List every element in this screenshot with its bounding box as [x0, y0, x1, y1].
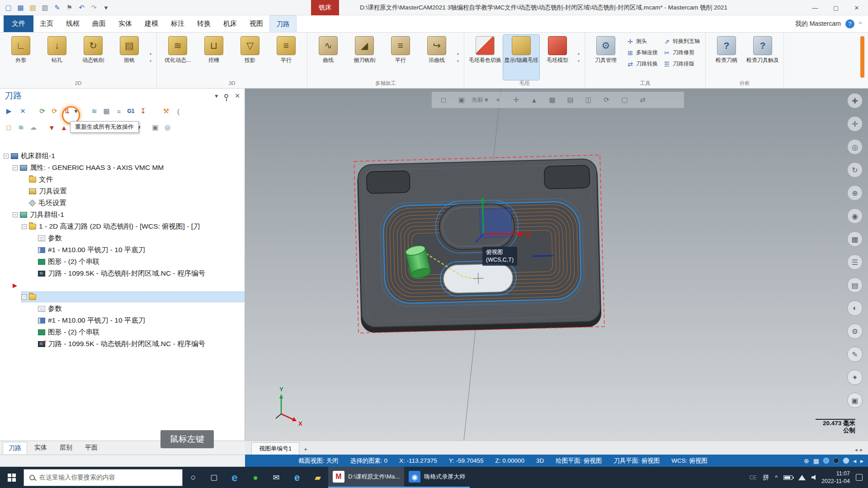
axis-gnomon-icon[interactable]: ⌖ [490, 93, 506, 107]
tab-主页[interactable]: 主页 [33, 15, 60, 32]
more-up-icon[interactable]: ▲ [456, 52, 460, 56]
taskbar-app-recorder[interactable]: ◉嗨格式录屏大师 [404, 467, 470, 488]
tree-row[interactable]: 毛坯设置 [0, 197, 245, 209]
single-op-icon[interactable]: ▣ [149, 122, 161, 134]
ribbon-button-face-mill[interactable]: ▤面铣 [111, 35, 147, 80]
file-explorer-icon[interactable]: ▰ [307, 467, 328, 488]
expand-toggle[interactable]: − [13, 212, 18, 217]
tab-刀路[interactable]: 刀路 [269, 15, 297, 32]
tree-row[interactable]: #1 - M10.00 平铣刀 - 10 平底刀 [0, 244, 245, 256]
machine-context-tab[interactable]: 铣床 [311, 0, 339, 15]
ribbon-group-more[interactable]: ▲▼ [576, 35, 582, 80]
help-icon[interactable]: ? [845, 19, 854, 28]
move-ops-icon[interactable]: ⇅ [61, 105, 73, 117]
view-tabs-arrows[interactable]: ◂▸ [849, 447, 868, 455]
more-up-icon[interactable]: ▲ [149, 52, 152, 56]
edge-icon[interactable]: e [224, 467, 245, 488]
verify-icon[interactable]: ▦ [100, 105, 113, 117]
add-view-sheet-button[interactable]: + [299, 444, 312, 455]
ribbon-group-more[interactable]: ▲▼ [455, 35, 461, 80]
action-center-icon[interactable] [856, 474, 863, 481]
panel-tab-层别[interactable]: 层别 [54, 442, 78, 454]
tree-insert-marker[interactable]: ▶ [0, 279, 245, 291]
shading-icon[interactable]: ◐ [847, 300, 863, 316]
lock-view-icon[interactable]: ◻ [435, 93, 452, 107]
ribbon-button-swarf-mill[interactable]: ◢侧刃铣削 [346, 35, 382, 80]
qat-more-icon[interactable]: ▾ [100, 2, 112, 14]
grid-icon[interactable]: ▦ [544, 93, 561, 107]
tree-row[interactable]: 参数 [0, 303, 245, 314]
tab-视图[interactable]: 视图 [243, 15, 269, 32]
ribbon-button-tool-manager[interactable]: ⚙刀具管理 [588, 35, 624, 80]
ribbon-group-more[interactable]: ▲▼ [147, 35, 154, 80]
ime-indicator[interactable]: 拼 [763, 474, 769, 482]
paren-icon[interactable]: ( [172, 105, 184, 117]
simulate-icon[interactable]: ≈ [113, 105, 125, 117]
panel-tab-平面[interactable]: 平面 [80, 442, 103, 454]
panel-menu-icon[interactable]: ▾ [215, 92, 218, 99]
bounding-box-icon[interactable]: ▢ [617, 93, 633, 107]
navy-circle-icon[interactable] [833, 458, 839, 464]
graphics-viewport[interactable]: X Y [245, 89, 868, 441]
tree-row[interactable]: −1 - 2D 高速刀路 (2D 动态铣削) - [WCS: 俯视图] - [刀 [0, 221, 245, 232]
panel-close-icon[interactable]: ✕ [235, 92, 240, 99]
taskbar-clock[interactable]: 11:07 2022-11-04 [821, 470, 850, 485]
task-view-icon[interactable]: ▢ [203, 467, 224, 488]
lightblue-circle-icon[interactable] [843, 458, 849, 464]
planes-icon[interactable]: ▤ [847, 277, 863, 293]
tree-row[interactable]: − [0, 291, 245, 303]
cortana-icon[interactable]: ○ [183, 467, 203, 488]
tab-实体[interactable]: 实体 [112, 15, 138, 32]
ribbon-button-multiaxis-link[interactable]: ⊞多轴连接 [627, 49, 658, 56]
expand-toggle[interactable]: − [22, 295, 27, 300]
new-file-icon[interactable]: ▢ [3, 2, 14, 14]
undo-icon[interactable]: ↶ [76, 2, 87, 14]
ribbon-button-convert-to-5axis[interactable]: ⇗转换到五轴 [663, 38, 700, 45]
ribbon-button-curve-5x[interactable]: ∿曲线 [310, 35, 346, 80]
backplot-icon[interactable]: ≋ [88, 105, 100, 117]
ribbon-button-parallel[interactable]: ≡平行 [268, 35, 304, 80]
ribbon-button-probe[interactable]: ✛测头 [627, 38, 658, 45]
blue-circle-icon[interactable] [823, 458, 829, 464]
options-icon[interactable]: ⚙ [847, 324, 863, 339]
tab-建模[interactable]: 建模 [138, 15, 165, 32]
regen-selected-icon[interactable]: ⟳ [36, 105, 48, 117]
tree-row[interactable]: 图形 - (2) 个串联 [0, 256, 245, 267]
tree-row[interactable]: −机床群组-1 [0, 150, 245, 162]
viewsheet-icon[interactable]: ▣ [847, 393, 863, 408]
tab-标注[interactable]: 标注 [165, 15, 191, 32]
more-down-icon[interactable]: ▼ [456, 59, 460, 63]
ribbon-button-parallel-5x[interactable]: ≡平行 [382, 35, 419, 80]
taskbar-search[interactable]: 在这里输入你要搜索的内容 [24, 469, 183, 486]
zoom-fit-icon[interactable]: ✚ [847, 93, 863, 108]
tree-row[interactable]: 参数 [0, 232, 245, 244]
zoom-window-icon[interactable]: ◎ [847, 139, 863, 155]
tab-线框[interactable]: 线框 [60, 15, 86, 32]
ribbon-button-check-tool-reach[interactable]: ?检查刀具触及 [745, 35, 781, 80]
toolbar-dropdown-icon[interactable]: ▾ [73, 105, 79, 117]
view-sheet-tab[interactable]: 视图单编号1 [251, 442, 299, 455]
tree-row[interactable]: 刀路 - 1099.5K - 动态铣削-封闭区域.NC - 程序编号 [0, 338, 245, 350]
more-down-icon[interactable]: ▼ [149, 59, 152, 63]
tree-row[interactable]: −属性: - GENERIC HAAS 3 - AXIS VMC MM [0, 162, 245, 174]
mail-icon[interactable]: ✉ [266, 467, 287, 488]
volume-icon[interactable] [811, 475, 816, 480]
machined-part[interactable]: X [357, 159, 602, 333]
lock-icon[interactable]: ◻ [3, 122, 15, 134]
ribbon-button-drill[interactable]: ↓钻孔 [39, 35, 75, 80]
layers-icon[interactable]: ☰ [847, 254, 863, 270]
ribbon-scrollbar[interactable] [860, 36, 864, 78]
post-g1-icon[interactable]: G1 [125, 105, 137, 117]
restore-button[interactable]: ▢ [826, 0, 846, 15]
highlight-icon[interactable]: ✦ [847, 370, 863, 385]
swap-view-icon[interactable]: ⇄ [635, 93, 651, 107]
my-mastercam-label[interactable]: 我的 Mastercam [795, 20, 841, 28]
select-arrow-icon[interactable]: ▲ [526, 93, 542, 107]
plane-select-icon[interactable]: ▤ [562, 93, 579, 107]
gview-cube-icon[interactable]: ▣ [453, 93, 470, 107]
annotate-icon[interactable]: ✎ [847, 347, 863, 362]
expand-toggle[interactable]: − [13, 165, 18, 170]
edit-ops-icon[interactable]: ⚒ [160, 105, 172, 117]
ribbon-button-opti-dynamic[interactable]: ≋优化动态... [160, 35, 196, 80]
tree-row[interactable]: #1 - M10.00 平铣刀 - 10 平底刀 [0, 314, 245, 326]
